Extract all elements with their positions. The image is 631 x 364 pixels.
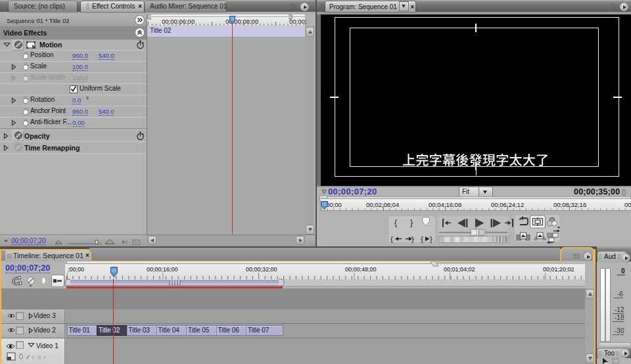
svg-text:{: { — [390, 235, 393, 243]
svg-text:{: { — [394, 218, 397, 227]
svg-text:}: } — [410, 218, 413, 227]
svg-text:}: } — [430, 235, 432, 243]
svg-text:}: } — [411, 235, 414, 243]
svg-text:{: { — [421, 235, 423, 243]
